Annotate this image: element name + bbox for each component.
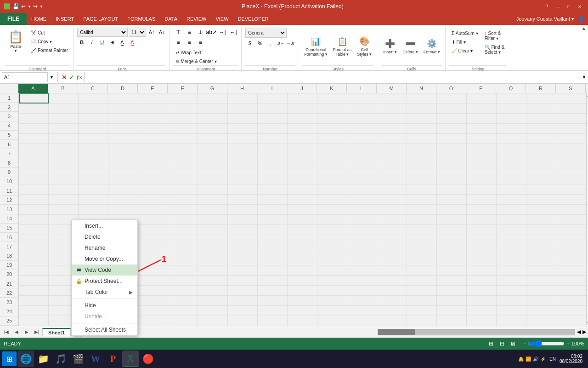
sheet-nav-next[interactable]: ▶ [22,328,31,337]
horizontal-scrollbar[interactable] [378,329,575,335]
cell-E10[interactable] [138,184,168,195]
cell-K4[interactable] [317,124,347,134]
zoom-level[interactable]: 100% [571,341,584,346]
cell-J23[interactable] [288,316,317,326]
cell-Q20[interactable] [497,286,526,296]
cell-L9[interactable] [347,174,377,184]
row-25[interactable]: 25 [0,316,18,326]
cell-C9[interactable] [79,174,108,184]
cell-F17[interactable] [168,255,198,265]
cell-K9[interactable] [317,174,347,184]
taskbar-excel[interactable]: X [122,351,139,367]
cell-S1[interactable] [556,93,586,104]
cell-G7[interactable] [198,154,228,164]
conditional-formatting-button[interactable]: 📊 ConditionalFormatting ▾ [302,34,330,59]
cell-L11[interactable] [347,195,377,205]
cell-B12[interactable] [49,205,79,215]
cell-L17[interactable] [347,255,377,265]
col-header-H[interactable]: H [227,84,257,93]
cell-H13[interactable] [228,215,258,225]
undo-dropdown-icon[interactable]: ▼ [28,5,31,9]
cell-E15[interactable] [138,235,168,245]
cell-L13[interactable] [347,215,377,225]
taskbar-word[interactable]: W [87,351,104,367]
cell-H22[interactable] [228,306,258,316]
cell-I19[interactable] [258,276,288,286]
row-13[interactable]: 13 [0,205,18,214]
cell-D3[interactable] [108,114,138,124]
format-as-table-button[interactable]: 📋 Format asTable ▾ [331,34,354,59]
cell-P18[interactable] [467,265,497,276]
sheet-nav-last[interactable]: ▶| [32,328,41,337]
row-18[interactable]: 18 [0,251,18,260]
vertical-scrollbar[interactable]: ▲ ▼ [586,93,588,326]
cell-B5[interactable] [49,134,79,144]
cell-F8[interactable] [168,164,198,174]
cell-J13[interactable] [288,215,317,225]
paste-dropdown[interactable]: ▼ [14,49,17,53]
cell-M17[interactable] [377,255,407,265]
cell-S12[interactable] [556,205,586,215]
cell-R2[interactable] [526,104,556,114]
cell-E18[interactable] [138,265,168,276]
cell-P17[interactable] [467,255,497,265]
col-header-E[interactable]: E [138,84,168,93]
row-3[interactable]: 3 [0,112,18,121]
find-select-button[interactable]: 🔍 Find &Select ▾ [482,43,507,56]
cell-H1[interactable] [228,93,258,104]
cell-S13[interactable] [556,215,586,225]
cell-F13[interactable] [168,215,198,225]
cell-G17[interactable] [198,255,228,265]
cell-P12[interactable] [467,205,497,215]
cell-I12[interactable] [258,205,288,215]
cell-Q2[interactable] [497,104,526,114]
cell-D10[interactable] [108,184,138,195]
cell-J10[interactable] [288,184,317,195]
align-right-button[interactable]: ≡ [195,38,205,47]
cell-R21[interactable] [526,296,556,306]
cell-F16[interactable] [168,245,198,255]
cell-I17[interactable] [258,255,288,265]
row-1[interactable]: 1 [0,93,18,103]
cell-L7[interactable] [347,154,377,164]
cell-J2[interactable] [288,104,317,114]
row-15[interactable]: 15 [0,224,18,233]
cell-K17[interactable] [317,255,347,265]
sort-filter-button[interactable]: ↕ Sort &Filter ▾ [482,29,507,42]
cell-O5[interactable] [437,134,467,144]
cell-L5[interactable] [347,134,377,144]
col-header-L[interactable]: L [347,84,377,93]
cell-S14[interactable] [556,225,586,235]
cell-N13[interactable] [407,215,437,225]
cell-A3[interactable] [19,114,49,124]
cell-G2[interactable] [198,104,228,114]
cell-S17[interactable] [556,255,586,265]
tab-insert[interactable]: INSERT [51,13,79,25]
cell-I5[interactable] [258,134,288,144]
ctx-view-code[interactable]: 💻 View Code [72,264,137,276]
name-box-dropdown[interactable]: ▼ [50,75,54,80]
row-24[interactable]: 24 [0,307,18,316]
cell-R12[interactable] [526,205,556,215]
cell-R6[interactable] [526,144,556,154]
cell-S6[interactable] [556,144,586,154]
cell-M12[interactable] [377,205,407,215]
cell-I4[interactable] [258,124,288,134]
cell-M13[interactable] [377,215,407,225]
cell-S5[interactable] [556,134,586,144]
cell-L21[interactable] [347,296,377,306]
row-11[interactable]: 11 [0,186,18,196]
cell-E2[interactable] [138,104,168,114]
cell-F20[interactable] [168,286,198,296]
cell-R4[interactable] [526,124,556,134]
cell-P9[interactable] [467,174,497,184]
page-layout-view-button[interactable]: ⊟ [498,339,507,348]
cell-R11[interactable] [526,195,556,205]
cell-J22[interactable] [288,306,317,316]
cell-O19[interactable] [437,276,467,286]
align-top-button[interactable]: ⊤ [173,28,183,37]
cell-M15[interactable] [377,235,407,245]
cell-C11[interactable] [79,195,108,205]
cell-K23[interactable] [317,316,347,326]
decrease-decimal-button[interactable]: ←.0 [286,39,295,48]
